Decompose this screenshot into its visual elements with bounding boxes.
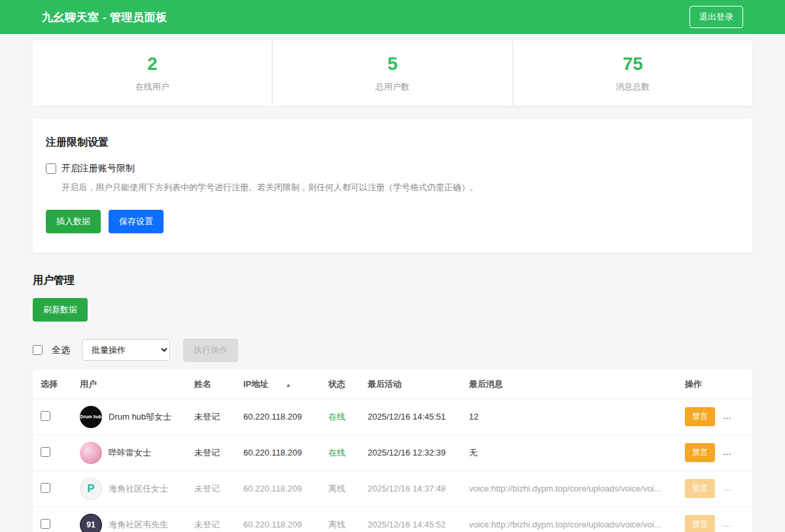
status-badge: 在线 bbox=[321, 435, 360, 471]
header-last-message: 最后消息 bbox=[461, 370, 677, 399]
username: 哔咔雷女士 bbox=[109, 447, 151, 459]
avatar: 91 bbox=[80, 514, 102, 532]
status-badge: 离线 bbox=[321, 507, 360, 532]
app-header: 九幺聊天室 - 管理员面板 退出登录 bbox=[0, 0, 785, 34]
stat-label: 消息总数 bbox=[616, 81, 650, 93]
status-badge: 在线 bbox=[321, 399, 360, 435]
last-message: voice:http://bizhi.dypm.top/core/uploads… bbox=[461, 471, 677, 507]
last-message: 12 bbox=[461, 399, 677, 435]
user-management-title: 用户管理 bbox=[33, 274, 752, 288]
last-message: voice:http://bizhi.dypm.top/core/uploads… bbox=[461, 507, 677, 532]
header-name: 姓名 bbox=[186, 370, 236, 399]
last-active: 2025/12/16 12:32:39 bbox=[360, 435, 461, 471]
username: Drum hub邬女士 bbox=[109, 411, 171, 423]
username: 海角社区韦先生 bbox=[109, 519, 168, 531]
registration-settings-card: 注册限制设置 开启注册账号限制 开启后，用户只能使用下方列表中的学号进行注册。若… bbox=[33, 119, 752, 253]
table-header-row: 选择 用户 姓名 IP地址▲ 状态 最后活动 最后消息 操作 bbox=[33, 370, 752, 399]
users-table: 选择 用户 姓名 IP地址▲ 状态 最后活动 最后消息 操作 bbox=[33, 370, 752, 532]
user-management-section: 用户管理 刷新数据 全选 批量操作 执行操作 选择 用户 姓名 bbox=[33, 274, 752, 532]
header-ip[interactable]: IP地址▲ bbox=[236, 370, 321, 399]
real-name: 未登记 bbox=[186, 507, 236, 532]
save-settings-button[interactable]: 保存设置 bbox=[109, 210, 164, 233]
row-select-checkbox[interactable] bbox=[41, 483, 50, 493]
avatar: P bbox=[80, 478, 102, 500]
delete-button[interactable]: 删除 bbox=[723, 407, 752, 426]
header-user: 用户 bbox=[72, 370, 186, 399]
last-active: 2025/12/16 14:37:48 bbox=[360, 471, 461, 507]
mute-button[interactable]: 禁言 bbox=[685, 515, 715, 532]
users-table-card: 选择 用户 姓名 IP地址▲ 状态 最后活动 最后消息 操作 bbox=[33, 370, 752, 532]
last-message: 无 bbox=[461, 435, 677, 471]
header-actions: 操作 bbox=[677, 370, 752, 399]
sort-ascending-icon[interactable]: ▲ bbox=[285, 382, 291, 388]
header-select: 选择 bbox=[33, 370, 72, 399]
avatar: Drum hub bbox=[80, 406, 102, 428]
settings-title: 注册限制设置 bbox=[46, 136, 739, 150]
row-select-checkbox[interactable] bbox=[41, 519, 50, 529]
row-select-checkbox[interactable] bbox=[41, 447, 50, 457]
row-select-checkbox[interactable] bbox=[41, 411, 50, 421]
header-ip-label: IP地址 bbox=[243, 379, 268, 389]
table-row: Drum hub Drum hub邬女士 未登记 60.220.118.209 … bbox=[33, 399, 752, 435]
settings-help-text: 开启后，用户只能使用下方列表中的学号进行注册。若关闭限制，则任何人都可以注册（学… bbox=[61, 181, 739, 194]
last-active: 2025/12/16 14:45:52 bbox=[360, 507, 461, 532]
ip-address: 60.220.118.209 bbox=[236, 435, 321, 471]
stat-card-total-users: 5 总用户数 bbox=[273, 41, 512, 106]
real-name: 未登记 bbox=[186, 471, 236, 507]
stat-value: 5 bbox=[387, 54, 398, 75]
table-row: 哔咔雷女士 未登记 60.220.118.209 在线 2025/12/16 1… bbox=[33, 435, 752, 471]
username: 海角社区任女士 bbox=[109, 483, 168, 495]
logout-button[interactable]: 退出登录 bbox=[689, 6, 743, 28]
ip-address: 60.220.118.209 bbox=[236, 471, 321, 507]
last-active: 2025/12/16 14:45:51 bbox=[360, 399, 461, 435]
real-name: 未登记 bbox=[186, 435, 236, 471]
registration-limit-checkbox[interactable] bbox=[46, 163, 56, 174]
ip-address: 60.220.118.209 bbox=[236, 399, 321, 435]
select-all-label[interactable]: 全选 bbox=[52, 344, 70, 356]
header-last-active: 最后活动 bbox=[360, 370, 461, 399]
stat-label: 在线用户 bbox=[135, 81, 169, 93]
bulk-controls-row: 全选 批量操作 执行操作 bbox=[33, 339, 752, 362]
table-row: 91 海角社区韦先生 未登记 60.220.118.209 离线 2025/12… bbox=[33, 507, 752, 532]
stat-value: 75 bbox=[623, 54, 643, 75]
stat-value: 2 bbox=[147, 54, 158, 75]
stats-row: 2 在线用户 5 总用户数 75 消息总数 bbox=[33, 41, 752, 106]
stat-card-total-messages: 75 消息总数 bbox=[514, 41, 752, 106]
delete-button[interactable]: 删除 bbox=[723, 443, 752, 462]
real-name: 未登记 bbox=[186, 399, 236, 435]
stat-label: 总用户数 bbox=[375, 81, 410, 93]
registration-limit-label[interactable]: 开启注册账号限制 bbox=[61, 163, 135, 175]
mute-button[interactable]: 禁言 bbox=[685, 443, 715, 462]
page-title: 九幺聊天室 - 管理员面板 bbox=[42, 10, 167, 25]
ip-address: 60.220.118.209 bbox=[236, 507, 321, 532]
delete-button[interactable]: 删除 bbox=[723, 479, 752, 498]
table-row: P 海角社区任女士 未登记 60.220.118.209 离线 2025/12/… bbox=[33, 471, 752, 507]
delete-button[interactable]: 删除 bbox=[723, 515, 752, 532]
stat-card-online-users: 2 在线用户 bbox=[33, 41, 271, 106]
insert-data-button[interactable]: 插入数据 bbox=[46, 210, 101, 233]
status-badge: 离线 bbox=[321, 471, 360, 507]
mute-button[interactable]: 禁言 bbox=[685, 479, 715, 498]
avatar bbox=[80, 442, 102, 464]
header-status: 状态 bbox=[321, 370, 360, 399]
select-all-checkbox[interactable] bbox=[33, 345, 43, 355]
refresh-data-button[interactable]: 刷新数据 bbox=[33, 298, 88, 322]
bulk-action-select[interactable]: 批量操作 bbox=[82, 339, 170, 361]
execute-action-button[interactable]: 执行操作 bbox=[183, 339, 238, 362]
mute-button[interactable]: 禁言 bbox=[685, 407, 715, 426]
